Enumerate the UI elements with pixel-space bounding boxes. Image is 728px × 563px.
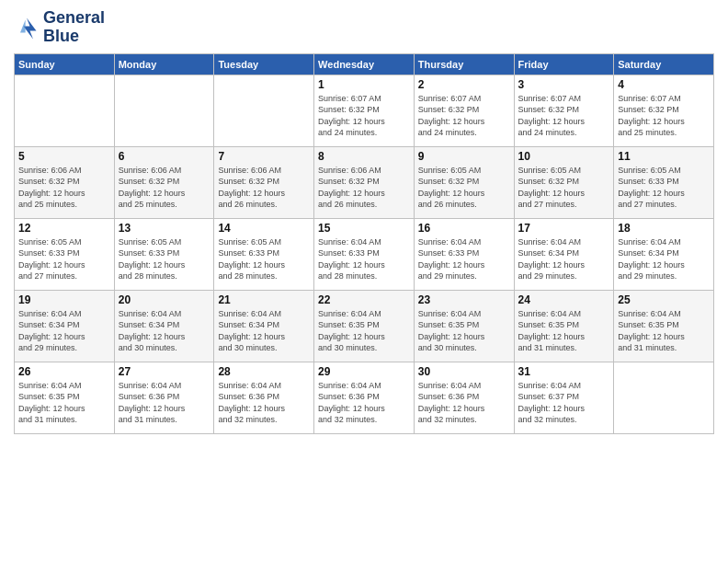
calendar-cell: 23Sunrise: 6:04 AM Sunset: 6:35 PM Dayli… [414, 290, 514, 362]
calendar-cell: 18Sunrise: 6:04 AM Sunset: 6:34 PM Dayli… [614, 218, 714, 290]
calendar-cell: 16Sunrise: 6:04 AM Sunset: 6:33 PM Dayli… [414, 218, 514, 290]
day-info: Sunrise: 6:07 AM Sunset: 6:32 PM Dayligh… [618, 93, 710, 139]
calendar-cell: 25Sunrise: 6:04 AM Sunset: 6:35 PM Dayli… [614, 290, 714, 362]
day-number: 24 [518, 293, 610, 306]
day-info: Sunrise: 6:04 AM Sunset: 6:35 PM Dayligh… [518, 308, 610, 354]
calendar-cell: 9Sunrise: 6:05 AM Sunset: 6:32 PM Daylig… [414, 146, 514, 218]
header-day: Saturday [614, 53, 714, 75]
logo: General Blue [14, 9, 105, 46]
day-number: 26 [18, 365, 110, 378]
week-row: 19Sunrise: 6:04 AM Sunset: 6:34 PM Dayli… [15, 290, 714, 362]
calendar-cell: 24Sunrise: 6:04 AM Sunset: 6:35 PM Dayli… [514, 290, 614, 362]
week-row: 26Sunrise: 6:04 AM Sunset: 6:35 PM Dayli… [15, 362, 714, 433]
day-number: 6 [119, 150, 210, 163]
calendar-cell: 6Sunrise: 6:06 AM Sunset: 6:32 PM Daylig… [114, 146, 214, 218]
calendar-cell [614, 362, 714, 433]
day-info: Sunrise: 6:05 AM Sunset: 6:33 PM Dayligh… [119, 236, 210, 282]
day-info: Sunrise: 6:04 AM Sunset: 6:34 PM Dayligh… [119, 308, 210, 354]
day-info: Sunrise: 6:06 AM Sunset: 6:32 PM Dayligh… [318, 165, 410, 211]
day-number: 10 [518, 150, 610, 163]
calendar-cell: 28Sunrise: 6:04 AM Sunset: 6:36 PM Dayli… [214, 362, 314, 433]
day-info: Sunrise: 6:07 AM Sunset: 6:32 PM Dayligh… [318, 93, 410, 139]
week-row: 12Sunrise: 6:05 AM Sunset: 6:33 PM Dayli… [15, 218, 714, 290]
svg-marker-1 [20, 19, 26, 32]
day-number: 17 [518, 222, 610, 235]
header-day: Thursday [414, 53, 514, 75]
day-number: 28 [218, 365, 310, 378]
calendar-cell: 1Sunrise: 6:07 AM Sunset: 6:32 PM Daylig… [314, 75, 415, 146]
calendar-cell: 5Sunrise: 6:06 AM Sunset: 6:32 PM Daylig… [15, 146, 115, 218]
day-info: Sunrise: 6:04 AM Sunset: 6:35 PM Dayligh… [18, 380, 110, 426]
day-info: Sunrise: 6:04 AM Sunset: 6:36 PM Dayligh… [418, 380, 510, 426]
header-day: Tuesday [214, 53, 314, 75]
calendar-cell: 3Sunrise: 6:07 AM Sunset: 6:32 PM Daylig… [514, 75, 614, 146]
day-number: 25 [618, 293, 710, 306]
day-number: 19 [18, 293, 110, 306]
day-info: Sunrise: 6:05 AM Sunset: 6:33 PM Dayligh… [18, 236, 110, 282]
calendar-cell: 21Sunrise: 6:04 AM Sunset: 6:34 PM Dayli… [214, 290, 314, 362]
header-day: Friday [514, 53, 614, 75]
day-info: Sunrise: 6:04 AM Sunset: 6:35 PM Dayligh… [618, 308, 710, 354]
header-row: SundayMondayTuesdayWednesdayThursdayFrid… [15, 53, 714, 75]
day-number: 14 [218, 222, 310, 235]
day-number: 30 [418, 365, 510, 378]
logo-icon [14, 15, 40, 40]
day-number: 21 [218, 293, 310, 306]
day-number: 7 [218, 150, 310, 163]
calendar-cell: 7Sunrise: 6:06 AM Sunset: 6:32 PM Daylig… [214, 146, 314, 218]
day-info: Sunrise: 6:06 AM Sunset: 6:32 PM Dayligh… [119, 165, 210, 211]
day-number: 12 [18, 222, 110, 235]
calendar-cell: 10Sunrise: 6:05 AM Sunset: 6:32 PM Dayli… [514, 146, 614, 218]
day-number: 8 [318, 150, 410, 163]
calendar-cell: 26Sunrise: 6:04 AM Sunset: 6:35 PM Dayli… [15, 362, 115, 433]
day-info: Sunrise: 6:04 AM Sunset: 6:34 PM Dayligh… [218, 308, 310, 354]
day-info: Sunrise: 6:05 AM Sunset: 6:33 PM Dayligh… [218, 236, 310, 282]
day-number: 27 [119, 365, 210, 378]
day-number: 29 [318, 365, 410, 378]
day-number: 2 [418, 78, 510, 91]
calendar-cell: 4Sunrise: 6:07 AM Sunset: 6:32 PM Daylig… [614, 75, 714, 146]
day-info: Sunrise: 6:07 AM Sunset: 6:32 PM Dayligh… [418, 93, 510, 139]
day-number: 3 [518, 78, 610, 91]
page: General Blue SundayMondayTuesdayWednesda… [0, 0, 728, 563]
day-info: Sunrise: 6:04 AM Sunset: 6:34 PM Dayligh… [518, 236, 610, 282]
day-info: Sunrise: 6:04 AM Sunset: 6:35 PM Dayligh… [418, 308, 510, 354]
day-info: Sunrise: 6:04 AM Sunset: 6:34 PM Dayligh… [18, 308, 110, 354]
calendar-cell: 8Sunrise: 6:06 AM Sunset: 6:32 PM Daylig… [314, 146, 415, 218]
calendar-cell [114, 75, 214, 146]
header-day: Wednesday [314, 53, 415, 75]
day-info: Sunrise: 6:04 AM Sunset: 6:37 PM Dayligh… [518, 380, 610, 426]
calendar-cell: 30Sunrise: 6:04 AM Sunset: 6:36 PM Dayli… [414, 362, 514, 433]
day-number: 18 [618, 222, 710, 235]
header-day: Monday [114, 53, 214, 75]
calendar-cell: 19Sunrise: 6:04 AM Sunset: 6:34 PM Dayli… [15, 290, 115, 362]
calendar-cell: 22Sunrise: 6:04 AM Sunset: 6:35 PM Dayli… [314, 290, 415, 362]
calendar-cell: 20Sunrise: 6:04 AM Sunset: 6:34 PM Dayli… [114, 290, 214, 362]
day-number: 31 [518, 365, 610, 378]
day-number: 15 [318, 222, 410, 235]
day-number: 5 [18, 150, 110, 163]
calendar-cell: 29Sunrise: 6:04 AM Sunset: 6:36 PM Dayli… [314, 362, 415, 433]
calendar-cell: 27Sunrise: 6:04 AM Sunset: 6:36 PM Dayli… [114, 362, 214, 433]
header: General Blue [14, 9, 714, 46]
day-info: Sunrise: 6:04 AM Sunset: 6:36 PM Dayligh… [318, 380, 410, 426]
day-info: Sunrise: 6:04 AM Sunset: 6:36 PM Dayligh… [218, 380, 310, 426]
calendar-cell: 2Sunrise: 6:07 AM Sunset: 6:32 PM Daylig… [414, 75, 514, 146]
calendar-cell: 13Sunrise: 6:05 AM Sunset: 6:33 PM Dayli… [114, 218, 214, 290]
day-info: Sunrise: 6:04 AM Sunset: 6:33 PM Dayligh… [418, 236, 510, 282]
day-number: 13 [119, 222, 210, 235]
week-row: 1Sunrise: 6:07 AM Sunset: 6:32 PM Daylig… [15, 75, 714, 146]
calendar-cell: 31Sunrise: 6:04 AM Sunset: 6:37 PM Dayli… [514, 362, 614, 433]
day-number: 22 [318, 293, 410, 306]
header-day: Sunday [15, 53, 115, 75]
day-number: 23 [418, 293, 510, 306]
day-info: Sunrise: 6:06 AM Sunset: 6:32 PM Dayligh… [18, 165, 110, 211]
calendar-cell: 15Sunrise: 6:04 AM Sunset: 6:33 PM Dayli… [314, 218, 415, 290]
day-info: Sunrise: 6:06 AM Sunset: 6:32 PM Dayligh… [218, 165, 310, 211]
day-info: Sunrise: 6:04 AM Sunset: 6:34 PM Dayligh… [618, 236, 710, 282]
logo-text: General Blue [43, 9, 105, 46]
day-info: Sunrise: 6:05 AM Sunset: 6:33 PM Dayligh… [618, 165, 710, 211]
day-number: 16 [418, 222, 510, 235]
week-row: 5Sunrise: 6:06 AM Sunset: 6:32 PM Daylig… [15, 146, 714, 218]
day-info: Sunrise: 6:04 AM Sunset: 6:36 PM Dayligh… [119, 380, 210, 426]
